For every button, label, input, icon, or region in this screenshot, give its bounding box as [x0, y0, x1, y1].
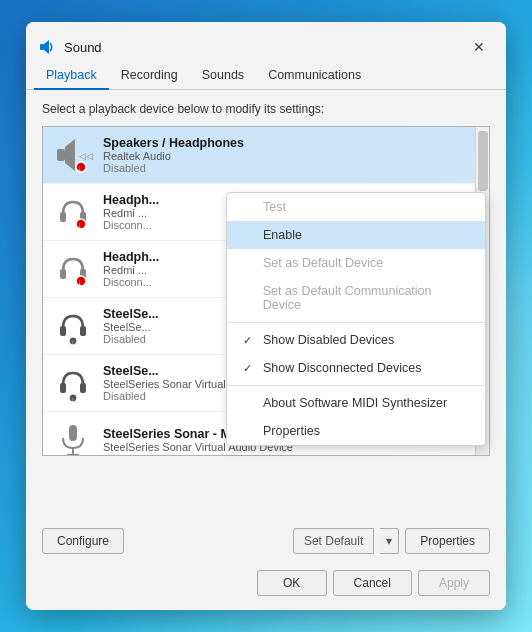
svg-rect-7: [60, 212, 66, 222]
context-menu: Test Enable Set as Default Device Set as…: [226, 192, 486, 446]
svg-rect-23: [69, 425, 77, 441]
ctx-item-midi[interactable]: About Software MIDI Synthesizer: [227, 389, 485, 417]
svg-text:↓: ↓: [78, 221, 82, 230]
ctx-label-properties: Properties: [263, 424, 320, 438]
scrollbar-thumb[interactable]: [478, 131, 488, 191]
ctx-item-enable[interactable]: Enable: [227, 221, 485, 249]
ctx-label-set-default: Set as Default Device: [263, 256, 383, 270]
ctx-separator-1: [227, 322, 485, 323]
device-name-1: Speakers / Headphones: [103, 136, 479, 150]
ctx-item-set-default[interactable]: Set as Default Device: [227, 249, 485, 277]
ctx-label-set-default-comm: Set as Default Communication Device: [263, 284, 469, 312]
ok-button[interactable]: OK: [257, 570, 327, 596]
svg-text:↓: ↓: [71, 339, 75, 346]
svg-rect-19: [60, 383, 66, 393]
ctx-item-properties[interactable]: Properties: [227, 417, 485, 445]
tab-recording[interactable]: Recording: [109, 62, 190, 90]
steelseries-icon-2: ↓: [53, 363, 93, 403]
svg-rect-20: [80, 383, 86, 393]
device-sub-1: Realtek Audio: [103, 150, 479, 162]
cancel-button[interactable]: Cancel: [333, 570, 412, 596]
steelseries-icon-1: ↓: [53, 306, 93, 346]
tab-bar: Playback Recording Sounds Communications: [26, 62, 506, 90]
svg-marker-1: [44, 40, 49, 54]
close-button[interactable]: ✕: [464, 34, 494, 60]
svg-text:↓: ↓: [78, 278, 82, 287]
ctx-item-show-disabled[interactable]: ✓ Show Disabled Devices: [227, 326, 485, 354]
svg-text:↓: ↓: [71, 396, 75, 403]
microphone-icon: [53, 420, 93, 456]
dialog-title: Sound: [64, 40, 464, 55]
ctx-label-show-disabled: Show Disabled Devices: [263, 333, 394, 347]
set-default-arrow-button[interactable]: ▾: [380, 528, 399, 554]
set-default-button[interactable]: Set Default: [293, 528, 374, 554]
headphone-red-icon-1: ↓: [53, 192, 93, 232]
title-bar: Sound ✕: [26, 22, 506, 62]
svg-rect-11: [60, 269, 66, 279]
headphone-red-icon-2: ↓: [53, 249, 93, 289]
svg-text:↓: ↓: [78, 164, 82, 173]
svg-rect-2: [57, 149, 65, 161]
tab-communications[interactable]: Communications: [256, 62, 373, 90]
instruction-text: Select a playback device below to modify…: [42, 102, 490, 116]
device-status-1: Disabled: [103, 162, 479, 174]
device-info-1: Speakers / Headphones Realtek Audio Disa…: [103, 136, 479, 174]
apply-button[interactable]: Apply: [418, 570, 490, 596]
tab-sounds[interactable]: Sounds: [190, 62, 256, 90]
ctx-label-enable: Enable: [263, 228, 302, 242]
bottom-right: Set Default ▾ Properties: [293, 528, 490, 554]
svg-text:◁◁: ◁◁: [79, 151, 93, 161]
svg-rect-15: [60, 326, 66, 336]
properties-button[interactable]: Properties: [405, 528, 490, 554]
ctx-check-show-disconnected: ✓: [243, 362, 259, 375]
svg-rect-16: [80, 326, 86, 336]
ctx-label-show-disconnected: Show Disconnected Devices: [263, 361, 421, 375]
svg-rect-0: [40, 44, 44, 50]
sound-icon: [38, 38, 56, 56]
ctx-separator-2: [227, 385, 485, 386]
svg-marker-3: [65, 139, 75, 171]
ctx-check-show-disabled: ✓: [243, 334, 259, 347]
configure-button[interactable]: Configure: [42, 528, 124, 554]
ctx-label-test: Test: [263, 200, 286, 214]
dialog-footer: OK Cancel Apply: [26, 562, 506, 610]
ctx-item-show-disconnected[interactable]: ✓ Show Disconnected Devices: [227, 354, 485, 382]
device-item-1[interactable]: ◁◁ ↓ Speakers / Headphones Realtek Audio…: [43, 127, 489, 184]
ctx-item-test[interactable]: Test: [227, 193, 485, 221]
ctx-item-set-default-comm[interactable]: Set as Default Communication Device: [227, 277, 485, 319]
speaker-icon: ◁◁ ↓: [53, 135, 93, 175]
bottom-bar: Configure Set Default ▾ Properties: [26, 520, 506, 562]
sound-dialog: Sound ✕ Playback Recording Sounds Commun…: [26, 22, 506, 610]
tab-playback[interactable]: Playback: [34, 62, 109, 90]
ctx-label-midi: About Software MIDI Synthesizer: [263, 396, 447, 410]
